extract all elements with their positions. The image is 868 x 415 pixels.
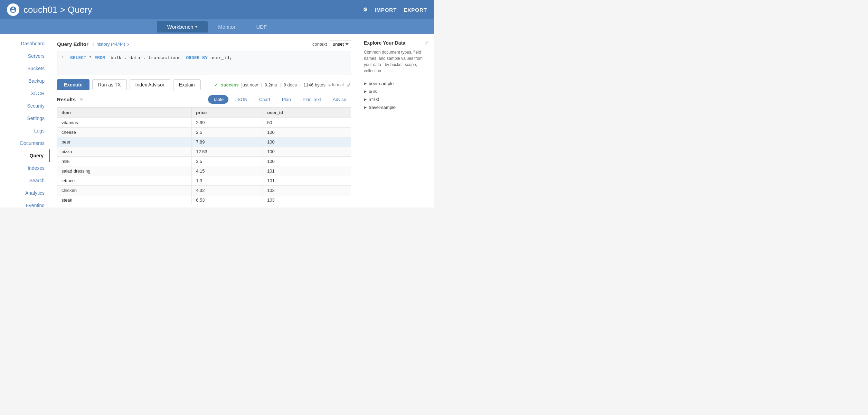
table-cell-price: 4.15 — [192, 166, 263, 176]
table-row: salad dressing4.15101 — [57, 166, 351, 176]
tree-item-label: travel-sample — [369, 105, 396, 110]
export-button[interactable]: EXPORT — [404, 7, 427, 13]
expand-icon[interactable]: ⤢ — [347, 82, 351, 88]
table-row: cheese2.5100 — [57, 128, 351, 137]
header-title: couch01 > Query — [23, 4, 363, 15]
table-row: steak6.53103 — [57, 195, 351, 204]
code-content: SELECT * FROM `bulk`.`data`.`transaction… — [70, 55, 232, 62]
table-cell-item: pizza — [57, 147, 192, 157]
explain-button[interactable]: Explain — [173, 79, 201, 90]
history-next-button[interactable]: › — [127, 41, 129, 47]
tree-item-bulk[interactable]: ▶bulk — [364, 87, 428, 95]
col-header-price: price — [192, 108, 263, 118]
buttons-row: Execute Run as TX Index Advisor Explain … — [57, 79, 351, 90]
sidebar-item-servers[interactable]: Servers — [0, 50, 50, 62]
results-table: item price user_id vitamins2.9950cheese2… — [57, 107, 351, 204]
index-advisor-button[interactable]: Index Advisor — [130, 79, 170, 90]
sidebar-item-xdcr[interactable]: XDCR — [0, 87, 50, 100]
tree-item-label: beer-sample — [369, 81, 394, 86]
table-cell-item: salad dressing — [57, 166, 192, 176]
expand-right-panel-icon[interactable]: ⤢ — [424, 40, 428, 46]
table-cell-user_id: 101 — [263, 176, 351, 186]
format-label: format — [332, 82, 344, 87]
sidebar-item-settings[interactable]: Settings — [0, 112, 50, 124]
table-cell-user_id: 100 — [263, 157, 351, 166]
sidebar-item-documents[interactable]: Documents — [0, 137, 50, 149]
results-header: Results ⎘ Table JSON Chart Plan Plan Tex… — [57, 95, 351, 104]
query-editor-title: Query Editor — [57, 41, 88, 47]
table-body: vitamins2.9950cheese2.5100beer7.89100piz… — [57, 118, 351, 204]
result-tab-plan[interactable]: Plan — [277, 95, 296, 104]
tree-item-travel-sample[interactable]: ▶travel-sample — [364, 103, 428, 111]
col-header-item: item — [57, 108, 192, 118]
tab-udf[interactable]: UDF — [246, 21, 277, 33]
tree-item-rr100[interactable]: ▶rr100 — [364, 95, 428, 103]
results-title: Results — [57, 96, 76, 102]
result-tab-table[interactable]: Table — [208, 95, 228, 104]
context-label: context — [312, 42, 327, 47]
right-panel-header: Explore Your Data ⤢ — [364, 40, 428, 46]
sidebar-item-query[interactable]: Query — [0, 149, 50, 162]
tree-arrow-icon: ▶ — [364, 105, 367, 110]
tree-arrow-icon: ▶ — [364, 89, 367, 94]
subnav: Workbench ▾ Monitor UDF — [0, 19, 434, 34]
table-row: beer7.89100 — [57, 137, 351, 147]
header-actions: ⚙ IMPORT EXPORT — [363, 7, 427, 13]
table-cell-price: 6.53 — [192, 195, 263, 204]
table-row: pizza12.53100 — [57, 147, 351, 157]
tab-monitor[interactable]: Monitor — [208, 21, 246, 33]
code-editor[interactable]: 1 SELECT * FROM `bulk`.`data`.`transacti… — [57, 51, 351, 75]
table-cell-item: beer — [57, 137, 192, 147]
sidebar-item-dashboard[interactable]: Dashboard — [0, 37, 50, 50]
status-time: just now — [242, 82, 258, 87]
tree-arrow-icon: ▶ — [364, 81, 367, 86]
results-tabs: Table JSON Chart Plan Plan Text Advice — [208, 95, 351, 104]
result-tab-chart[interactable]: Chart — [254, 95, 275, 104]
sidebar-item-analytics[interactable]: Analytics — [0, 187, 50, 199]
sidebar-item-search[interactable]: Search — [0, 174, 50, 187]
sidebar-item-indexes[interactable]: Indexes — [0, 162, 50, 174]
status-area: ✓ success just now | 9.2ms | 9 docs | 11… — [214, 82, 351, 88]
header: couch01 > Query ⚙ IMPORT EXPORT — [0, 0, 434, 19]
sidebar-item-eventing[interactable]: Eventing — [0, 199, 50, 208]
result-tab-json[interactable]: JSON — [230, 95, 252, 104]
table-cell-price: 2.5 — [192, 128, 263, 137]
udf-tab-label: UDF — [256, 24, 267, 30]
settings-icon[interactable]: ⚙ — [363, 7, 368, 13]
tree-item-label: bulk — [369, 89, 377, 94]
right-panel-description: Common document types, field names, and … — [364, 49, 428, 74]
history-label: history (44/44) — [96, 42, 125, 47]
right-panel-title: Explore Your Data — [364, 40, 405, 46]
format-button[interactable]: ≡ format — [328, 82, 344, 87]
tree-arrow-icon: ▶ — [364, 97, 367, 102]
tree-item-beer-sample[interactable]: ▶beer-sample — [364, 80, 428, 87]
results-table-container: item price user_id vitamins2.9950cheese2… — [57, 107, 351, 204]
query-editor-header: Query Editor ‹ history (44/44) › context… — [57, 40, 351, 48]
table-header: item price user_id — [57, 108, 351, 118]
tab-workbench[interactable]: Workbench ▾ — [157, 21, 208, 33]
monitor-tab-label: Monitor — [218, 24, 235, 30]
sidebar: Dashboard Servers Buckets Backup XDCR Se… — [0, 34, 50, 208]
history-prev-button[interactable]: ‹ — [93, 41, 94, 47]
right-panel: Explore Your Data ⤢ Common document type… — [358, 34, 434, 208]
workbench-tab-label: Workbench — [167, 24, 194, 30]
execute-button[interactable]: Execute — [57, 79, 89, 90]
result-tab-advice[interactable]: Advice — [328, 95, 351, 104]
import-button[interactable]: IMPORT — [375, 7, 397, 13]
table-header-row: item price user_id — [57, 108, 351, 118]
sidebar-item-security[interactable]: Security — [0, 100, 50, 112]
main-layout: Dashboard Servers Buckets Backup XDCR Se… — [0, 34, 434, 208]
app-logo — [7, 3, 19, 16]
history-nav: ‹ history (44/44) › — [93, 41, 129, 47]
table-row: lettuce1.3101 — [57, 176, 351, 186]
table-cell-user_id: 103 — [263, 195, 351, 204]
sidebar-item-buckets[interactable]: Buckets — [0, 62, 50, 75]
context-select[interactable]: unset — [330, 40, 351, 48]
run-as-tx-button[interactable]: Run as TX — [92, 79, 127, 90]
table-cell-item: lettuce — [57, 176, 192, 186]
result-tab-plan-text[interactable]: Plan Text — [298, 95, 326, 104]
sidebar-item-backup[interactable]: Backup — [0, 75, 50, 87]
content-area: Query Editor ‹ history (44/44) › context… — [50, 34, 358, 208]
sidebar-item-logs[interactable]: Logs — [0, 124, 50, 137]
copy-icon[interactable]: ⎘ — [80, 97, 83, 102]
